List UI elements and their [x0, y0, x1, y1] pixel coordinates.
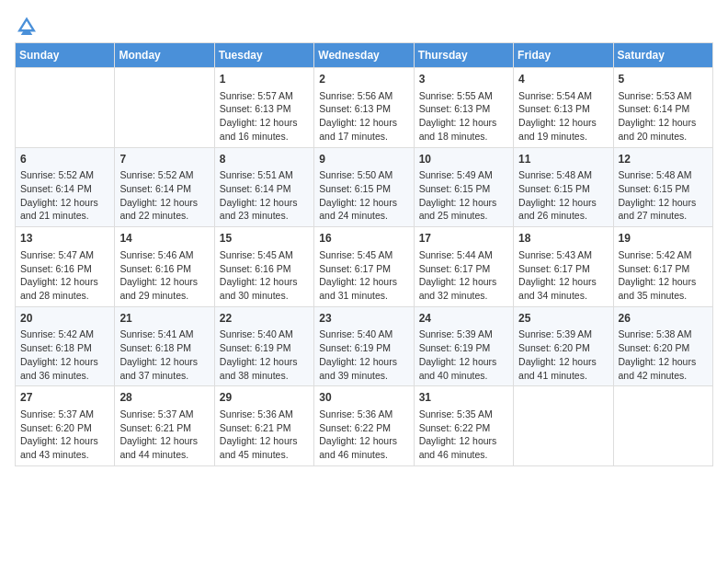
day-number: 27 [20, 390, 109, 406]
day-info: Sunrise: 5:55 AMSunset: 6:13 PMDaylight:… [419, 89, 508, 144]
day-info: Sunrise: 5:40 AMSunset: 6:19 PMDaylight:… [220, 327, 309, 382]
col-header-monday: Monday [115, 43, 214, 68]
calendar-cell: 1Sunrise: 5:57 AMSunset: 6:13 PMDaylight… [214, 68, 313, 148]
day-info: Sunrise: 5:49 AMSunset: 6:15 PMDaylight:… [419, 168, 508, 223]
day-number: 20 [20, 311, 109, 327]
calendar-cell: 31Sunrise: 5:35 AMSunset: 6:22 PMDayligh… [414, 386, 513, 466]
day-number: 1 [220, 72, 309, 87]
day-info: Sunrise: 5:52 AMSunset: 6:14 PMDaylight:… [20, 168, 109, 223]
day-number: 10 [419, 152, 508, 167]
calendar-cell: 14Sunrise: 5:46 AMSunset: 6:16 PMDayligh… [115, 227, 214, 307]
day-number: 29 [220, 390, 309, 406]
header [15, 15, 713, 35]
day-number: 12 [619, 152, 708, 167]
day-info: Sunrise: 5:48 AMSunset: 6:15 PMDaylight:… [619, 168, 708, 223]
calendar-cell: 3Sunrise: 5:55 AMSunset: 6:13 PMDaylight… [414, 68, 513, 148]
calendar-header-row: SundayMondayTuesdayWednesdayThursdayFrid… [16, 43, 713, 68]
calendar-row-5: 27Sunrise: 5:37 AMSunset: 6:20 PMDayligh… [16, 386, 713, 466]
calendar-row-4: 20Sunrise: 5:42 AMSunset: 6:18 PMDayligh… [16, 306, 713, 386]
calendar-cell: 18Sunrise: 5:43 AMSunset: 6:17 PMDayligh… [514, 227, 613, 307]
calendar-cell: 4Sunrise: 5:54 AMSunset: 6:13 PMDaylight… [514, 68, 613, 148]
day-number: 30 [319, 390, 408, 406]
logo [15, 15, 39, 35]
calendar-cell: 8Sunrise: 5:51 AMSunset: 6:14 PMDaylight… [214, 147, 313, 227]
day-info: Sunrise: 5:42 AMSunset: 6:18 PMDaylight:… [20, 327, 109, 382]
day-info: Sunrise: 5:38 AMSunset: 6:20 PMDaylight:… [619, 327, 708, 382]
calendar-cell: 5Sunrise: 5:53 AMSunset: 6:14 PMDaylight… [613, 68, 712, 148]
calendar-cell: 6Sunrise: 5:52 AMSunset: 6:14 PMDaylight… [16, 147, 115, 227]
calendar-cell [115, 68, 214, 148]
calendar-cell [514, 386, 613, 466]
day-info: Sunrise: 5:52 AMSunset: 6:14 PMDaylight:… [119, 168, 209, 223]
calendar-cell: 27Sunrise: 5:37 AMSunset: 6:20 PMDayligh… [16, 386, 115, 466]
day-info: Sunrise: 5:39 AMSunset: 6:19 PMDaylight:… [419, 327, 508, 382]
day-number: 28 [119, 390, 209, 406]
calendar-cell: 26Sunrise: 5:38 AMSunset: 6:20 PMDayligh… [613, 306, 712, 386]
calendar: SundayMondayTuesdayWednesdayThursdayFrid… [15, 42, 713, 466]
calendar-row-3: 13Sunrise: 5:47 AMSunset: 6:16 PMDayligh… [16, 227, 713, 307]
day-info: Sunrise: 5:43 AMSunset: 6:17 PMDaylight:… [518, 248, 608, 303]
col-header-friday: Friday [514, 43, 613, 68]
day-info: Sunrise: 5:56 AMSunset: 6:13 PMDaylight:… [319, 89, 408, 144]
day-number: 9 [319, 152, 408, 167]
col-header-wednesday: Wednesday [314, 43, 414, 68]
calendar-row-1: 1Sunrise: 5:57 AMSunset: 6:13 PMDaylight… [16, 68, 713, 148]
day-number: 3 [419, 72, 508, 87]
day-info: Sunrise: 5:57 AMSunset: 6:13 PMDaylight:… [220, 89, 309, 144]
calendar-cell: 17Sunrise: 5:44 AMSunset: 6:17 PMDayligh… [414, 227, 513, 307]
day-number: 16 [319, 231, 408, 247]
col-header-saturday: Saturday [613, 43, 712, 68]
calendar-cell: 12Sunrise: 5:48 AMSunset: 6:15 PMDayligh… [613, 147, 712, 227]
day-number: 22 [220, 311, 309, 327]
day-info: Sunrise: 5:35 AMSunset: 6:22 PMDaylight:… [419, 408, 508, 462]
day-number: 19 [619, 231, 708, 247]
day-info: Sunrise: 5:50 AMSunset: 6:15 PMDaylight:… [319, 168, 408, 223]
svg-marker-0 [19, 19, 34, 31]
day-number: 2 [319, 72, 408, 87]
day-info: Sunrise: 5:41 AMSunset: 6:18 PMDaylight:… [119, 327, 209, 382]
day-number: 5 [619, 72, 708, 87]
calendar-cell: 10Sunrise: 5:49 AMSunset: 6:15 PMDayligh… [414, 147, 513, 227]
calendar-cell: 29Sunrise: 5:36 AMSunset: 6:21 PMDayligh… [214, 386, 313, 466]
day-info: Sunrise: 5:40 AMSunset: 6:19 PMDaylight:… [319, 327, 408, 382]
calendar-cell [613, 386, 712, 466]
calendar-cell: 16Sunrise: 5:45 AMSunset: 6:17 PMDayligh… [314, 227, 414, 307]
day-info: Sunrise: 5:37 AMSunset: 6:20 PMDaylight:… [20, 408, 109, 462]
day-number: 8 [220, 152, 309, 167]
day-number: 7 [119, 152, 209, 167]
day-number: 6 [20, 152, 109, 167]
logo-icon [17, 15, 37, 35]
col-header-tuesday: Tuesday [214, 43, 313, 68]
calendar-cell [16, 68, 115, 148]
day-number: 17 [419, 231, 508, 247]
day-info: Sunrise: 5:36 AMSunset: 6:21 PMDaylight:… [220, 408, 309, 462]
day-info: Sunrise: 5:45 AMSunset: 6:17 PMDaylight:… [319, 248, 408, 303]
day-info: Sunrise: 5:39 AMSunset: 6:20 PMDaylight:… [518, 327, 608, 382]
calendar-cell: 22Sunrise: 5:40 AMSunset: 6:19 PMDayligh… [214, 306, 313, 386]
day-info: Sunrise: 5:46 AMSunset: 6:16 PMDaylight:… [119, 248, 209, 303]
calendar-cell: 9Sunrise: 5:50 AMSunset: 6:15 PMDaylight… [314, 147, 414, 227]
calendar-cell: 30Sunrise: 5:36 AMSunset: 6:22 PMDayligh… [314, 386, 414, 466]
day-info: Sunrise: 5:51 AMSunset: 6:14 PMDaylight:… [220, 168, 309, 223]
calendar-cell: 20Sunrise: 5:42 AMSunset: 6:18 PMDayligh… [16, 306, 115, 386]
col-header-sunday: Sunday [16, 43, 115, 68]
day-info: Sunrise: 5:36 AMSunset: 6:22 PMDaylight:… [319, 408, 408, 462]
calendar-cell: 21Sunrise: 5:41 AMSunset: 6:18 PMDayligh… [115, 306, 214, 386]
day-number: 4 [518, 72, 608, 87]
day-info: Sunrise: 5:54 AMSunset: 6:13 PMDaylight:… [518, 89, 608, 144]
calendar-row-2: 6Sunrise: 5:52 AMSunset: 6:14 PMDaylight… [16, 147, 713, 227]
calendar-cell: 7Sunrise: 5:52 AMSunset: 6:14 PMDaylight… [115, 147, 214, 227]
day-number: 26 [619, 311, 708, 327]
col-header-thursday: Thursday [414, 43, 513, 68]
day-number: 31 [419, 390, 508, 406]
calendar-cell: 11Sunrise: 5:48 AMSunset: 6:15 PMDayligh… [514, 147, 613, 227]
day-number: 21 [119, 311, 209, 327]
calendar-cell: 2Sunrise: 5:56 AMSunset: 6:13 PMDaylight… [314, 68, 414, 148]
calendar-cell: 15Sunrise: 5:45 AMSunset: 6:16 PMDayligh… [214, 227, 313, 307]
calendar-cell: 23Sunrise: 5:40 AMSunset: 6:19 PMDayligh… [314, 306, 414, 386]
day-info: Sunrise: 5:42 AMSunset: 6:17 PMDaylight:… [619, 248, 708, 303]
calendar-cell: 19Sunrise: 5:42 AMSunset: 6:17 PMDayligh… [613, 227, 712, 307]
day-info: Sunrise: 5:37 AMSunset: 6:21 PMDaylight:… [119, 408, 209, 462]
day-info: Sunrise: 5:44 AMSunset: 6:17 PMDaylight:… [419, 248, 508, 303]
day-info: Sunrise: 5:48 AMSunset: 6:15 PMDaylight:… [518, 168, 608, 223]
